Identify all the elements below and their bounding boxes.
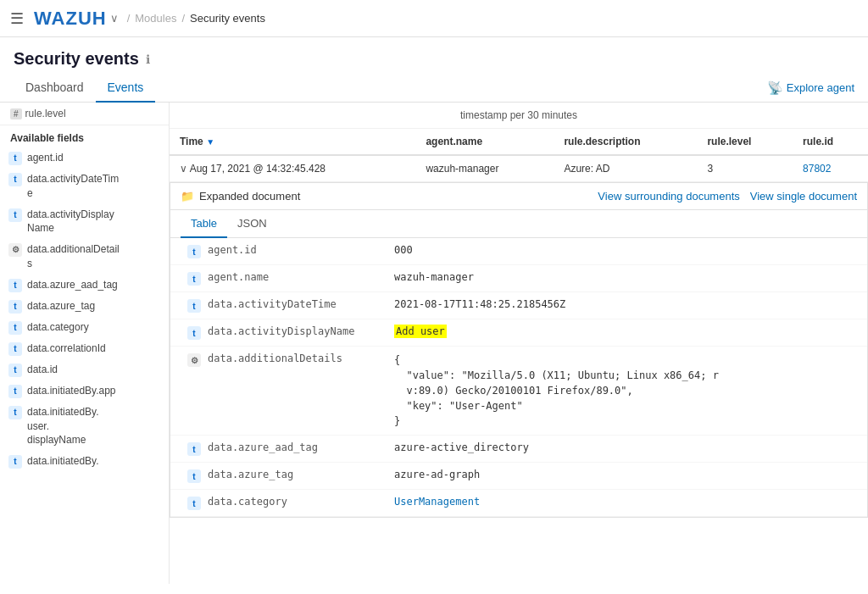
field-row-azure-aad-tag: t data.azure_aad_tag azure-active_direct…	[170, 436, 867, 463]
field-label: data.activityDisplayName	[27, 208, 114, 236]
field-row-name: data.azure_tag	[208, 469, 394, 480]
tab-dashboard[interactable]: Dashboard	[14, 74, 96, 103]
hash-badge: #	[10, 108, 22, 119]
field-label: data.azure_tag	[27, 299, 95, 314]
nav-separator-1: /	[127, 12, 131, 25]
sub-tabs: Table JSON	[170, 210, 867, 238]
time-value: Aug 17, 2021 @ 14:32:45.428	[190, 163, 326, 175]
sidebar-field-azure-aad-tag[interactable]: t data.azure_aad_tag	[0, 275, 169, 296]
content-area: timestamp per 30 minutes Time ▼ agent.na…	[170, 103, 868, 584]
modules-breadcrumb[interactable]: Modules	[135, 12, 176, 25]
field-type-t-icon: t	[8, 152, 22, 165]
field-row-value: azure-active_directory	[394, 441, 529, 453]
main-layout: # rule.level Available fields t agent.id…	[0, 103, 868, 584]
col-header-time[interactable]: Time ▼	[170, 129, 415, 155]
sidebar-field-correlationid[interactable]: t data.correlationId	[0, 338, 169, 359]
field-row-name: data.activityDateTime	[208, 298, 394, 310]
sort-arrow-icon: ▼	[206, 137, 214, 147]
rule-id-link[interactable]: 87802	[803, 163, 831, 175]
field-type-icon: t	[187, 497, 201, 510]
logo-caret-icon[interactable]: ∨	[110, 12, 119, 25]
field-type-icon: t	[187, 442, 201, 456]
sidebar-field-data-id[interactable]: t data.id	[0, 359, 169, 380]
folder-icon: 📁	[181, 190, 194, 203]
field-label: data.azure_aad_tag	[27, 278, 118, 292]
nav-separator-2: /	[181, 12, 185, 25]
explore-agent-button[interactable]: 📡 Explore agent	[767, 80, 854, 96]
field-row-value: 000	[394, 244, 413, 256]
col-header-rule-description[interactable]: rule.description	[554, 129, 697, 155]
sidebar-field-initiatedby-app[interactable]: t data.initiatedBy.app	[0, 380, 169, 402]
field-row-agent-name: t agent.name wazuh-manager	[170, 265, 867, 292]
events-table: Time ▼ agent.name rule.description rule.…	[170, 129, 868, 182]
tab-bar: Dashboard Events 📡 Explore agent	[0, 74, 868, 103]
sidebar: # rule.level Available fields t agent.id…	[0, 103, 170, 584]
table-row: ∨ Aug 17, 2021 @ 14:32:45.428 wazuh-mana…	[170, 155, 868, 182]
cell-agent-name: wazuh-manager	[415, 155, 554, 182]
field-row-name: data.activityDisplayName	[208, 325, 394, 337]
sidebar-field-initiatedby-user-displayname[interactable]: t data.initiatedBy.user.displayName	[0, 402, 169, 451]
field-type-t-icon: t	[8, 342, 22, 356]
field-type-gear-icon: ⚙	[8, 243, 22, 257]
expand-row-button[interactable]: ∨	[180, 163, 187, 175]
sub-tab-table[interactable]: Table	[181, 210, 227, 238]
sidebar-field-azure-tag[interactable]: t data.azure_tag	[0, 296, 169, 317]
sidebar-field-activitydatetime[interactable]: t data.activityDateTime	[0, 169, 169, 204]
view-surrounding-link[interactable]: View surrounding documents	[598, 190, 739, 203]
field-row-value: 2021-08-17T11:48:25.2185456Z	[394, 298, 565, 310]
current-page-breadcrumb: Security events	[190, 12, 265, 25]
field-row-name: data.additionalDetails	[208, 353, 394, 364]
cell-rule-description: Azure: AD	[554, 155, 697, 182]
field-type-icon: ⚙	[187, 353, 201, 367]
col-header-rule-id[interactable]: rule.id	[793, 129, 868, 155]
field-type-t-icon: t	[8, 300, 22, 314]
field-type-t-icon: t	[8, 364, 22, 377]
col-header-rule-level[interactable]: rule.level	[697, 129, 793, 155]
field-row-value-category[interactable]: UserManagement	[394, 496, 480, 508]
field-row-value-json: { "value": "Mozilla/5.0 (X11; Ubuntu; Li…	[394, 353, 719, 429]
cell-time: ∨ Aug 17, 2021 @ 14:32:45.428	[170, 155, 415, 182]
field-row-activitydisplayname: t data.activityDisplayName Add user	[170, 319, 867, 347]
field-type-icon: t	[187, 272, 201, 286]
explore-agent-label: Explore agent	[787, 81, 854, 94]
cell-rule-id[interactable]: 87802	[793, 155, 868, 182]
tabs-container: Dashboard Events	[14, 74, 155, 102]
sidebar-field-initiatedby-last[interactable]: t data.initiatedBy.	[0, 451, 169, 472]
field-row-value: Add user	[394, 325, 447, 337]
sidebar-field-agent-id[interactable]: t agent.id	[0, 147, 169, 169]
sidebar-rule-level[interactable]: # rule.level	[0, 103, 169, 125]
page-title: Security events	[14, 49, 139, 69]
field-type-icon: t	[187, 469, 201, 483]
field-type-t-icon: t	[8, 279, 22, 292]
field-label: data.initiatedBy.app	[27, 384, 116, 398]
field-row-name: data.category	[208, 496, 394, 508]
cell-rule-level: 3	[697, 155, 793, 182]
info-icon[interactable]: ℹ	[146, 53, 150, 66]
time-label: Time	[180, 136, 203, 147]
expanded-doc-header: 📁 Expanded document View surrounding doc…	[170, 183, 867, 210]
field-row-activitydatetime: t data.activityDateTime 2021-08-17T11:48…	[170, 292, 867, 319]
col-header-agent-name[interactable]: agent.name	[415, 129, 554, 155]
field-row-name: agent.id	[208, 244, 394, 256]
menu-icon[interactable]: ☰	[10, 9, 24, 28]
field-label: data.initiatedBy.	[27, 454, 99, 469]
field-label: data.id	[27, 363, 58, 377]
field-type-t-icon: t	[8, 455, 22, 469]
view-single-link[interactable]: View single document	[750, 190, 857, 203]
sidebar-field-additionaldetails[interactable]: ⚙ data.additionalDetails	[0, 239, 169, 275]
field-label: agent.id	[27, 151, 64, 165]
available-fields-label: Available fields	[0, 125, 169, 147]
sidebar-field-activitydisplayname[interactable]: t data.activityDisplayName	[0, 204, 169, 240]
field-label: data.activityDateTime	[27, 172, 119, 201]
field-type-t-icon: t	[8, 406, 22, 419]
field-type-t-icon: t	[8, 208, 22, 222]
tab-events[interactable]: Events	[96, 74, 156, 103]
sidebar-field-category[interactable]: t data.category	[0, 317, 169, 338]
expanded-doc-title: 📁 Expanded document	[181, 190, 300, 203]
highlight-add-user: Add user	[394, 325, 447, 338]
field-row-name: data.azure_aad_tag	[208, 441, 394, 453]
sub-tab-json[interactable]: JSON	[227, 210, 277, 238]
field-type-icon: t	[187, 299, 201, 313]
field-row-agent-id: t agent.id 000	[170, 238, 867, 265]
field-type-t-icon: t	[8, 321, 22, 335]
